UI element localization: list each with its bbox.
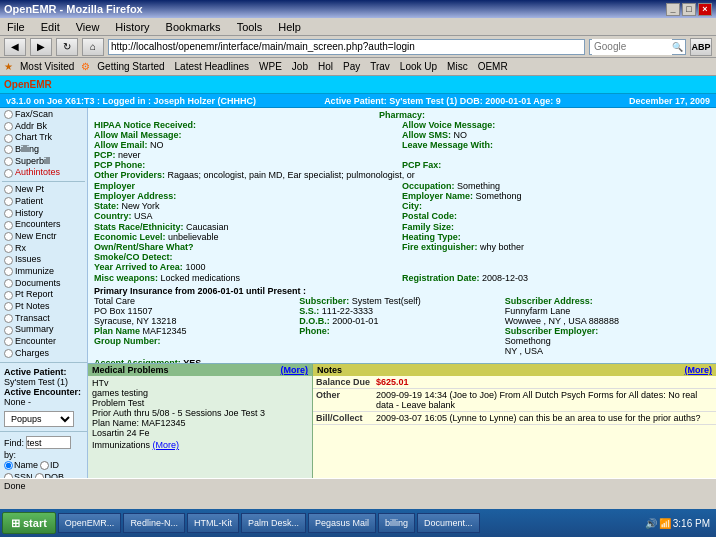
nav-charges[interactable]: Charges bbox=[2, 348, 85, 360]
home-btn[interactable]: ⌂ bbox=[82, 38, 104, 56]
find-label: Find: bbox=[4, 438, 24, 448]
close-btn[interactable]: × bbox=[698, 3, 712, 16]
minimize-btn[interactable]: _ bbox=[666, 3, 680, 16]
immunizations-more[interactable]: (More) bbox=[153, 440, 180, 450]
nav-encounter[interactable]: Encounter bbox=[2, 336, 85, 348]
menu-history[interactable]: History bbox=[112, 20, 152, 34]
bookmark-pay[interactable]: Pay bbox=[340, 60, 363, 73]
maximize-btn[interactable]: □ bbox=[682, 3, 696, 16]
emr-logo: OpenEMR bbox=[4, 79, 52, 90]
forward-btn[interactable]: ▶ bbox=[30, 38, 52, 56]
taskbar-billing[interactable]: billing bbox=[378, 513, 415, 533]
find-dob-option[interactable]: DOB bbox=[35, 472, 65, 478]
menu-tools[interactable]: Tools bbox=[234, 20, 266, 34]
popups-dropdown[interactable]: Popups bbox=[4, 411, 74, 427]
find-name-label: Name bbox=[14, 460, 38, 470]
nav-label-newenctr: New Enctr bbox=[15, 231, 57, 243]
taskbar-openemr[interactable]: OpenEMR... bbox=[58, 513, 122, 533]
bookmark-latest-headlines[interactable]: Latest Headlines bbox=[172, 60, 253, 73]
bookmark-oemr[interactable]: OEMR bbox=[475, 60, 511, 73]
nav-summary[interactable]: Summary bbox=[2, 324, 85, 336]
menu-help[interactable]: Help bbox=[275, 20, 304, 34]
nav-immunize[interactable]: Immunize bbox=[2, 266, 85, 278]
nav-dot-immunize bbox=[4, 267, 13, 276]
nav-label-ptnotes: Pt Notes bbox=[15, 301, 50, 313]
notes-panel: Notes (More) Balance Due $625.01 Other 2… bbox=[313, 364, 716, 478]
taskbar: ⊞ start OpenEMR... Redline-N... HTML-Kit… bbox=[0, 509, 716, 537]
med-problems-more[interactable]: (More) bbox=[281, 365, 309, 375]
bookmark-trav[interactable]: Trav bbox=[367, 60, 393, 73]
reload-btn[interactable]: ↻ bbox=[56, 38, 78, 56]
nav-separator-3 bbox=[0, 431, 87, 432]
nav-patient[interactable]: Patient bbox=[2, 196, 85, 208]
menu-edit[interactable]: Edit bbox=[38, 20, 63, 34]
find-name-option[interactable]: Name bbox=[4, 460, 38, 470]
nav-label-patient: Patient bbox=[15, 196, 43, 208]
bookmark-wpe[interactable]: WPE bbox=[256, 60, 285, 73]
nav-dot-billing bbox=[4, 145, 13, 154]
taskbar-htmlkit[interactable]: HTML-Kit bbox=[187, 513, 239, 533]
pcp-row: PCP: never bbox=[94, 150, 402, 160]
nav-dot-charttrak bbox=[4, 134, 13, 143]
menu-bookmarks[interactable]: Bookmarks bbox=[163, 20, 224, 34]
nav-authintotes[interactable]: Authintotes bbox=[2, 167, 85, 179]
bookmark-misc[interactable]: Misc bbox=[444, 60, 471, 73]
nav-newpt[interactable]: New Pt bbox=[2, 184, 85, 196]
insurance-title: Primary Insurance from 2006-01-01 until … bbox=[94, 286, 710, 296]
abp-btn[interactable]: ABP bbox=[690, 38, 712, 56]
bookmark-lookup[interactable]: Look Up bbox=[397, 60, 440, 73]
start-button[interactable]: ⊞ start bbox=[2, 512, 56, 534]
back-btn[interactable]: ◀ bbox=[4, 38, 26, 56]
nav-rx[interactable]: Rx bbox=[2, 243, 85, 255]
search-input[interactable] bbox=[592, 39, 672, 55]
nav-newenctr[interactable]: New Enctr bbox=[2, 231, 85, 243]
nav-ptnotes[interactable]: Pt Notes bbox=[2, 301, 85, 313]
bookmark-job[interactable]: Job bbox=[289, 60, 311, 73]
nav-issues[interactable]: Issues bbox=[2, 254, 85, 266]
find-input[interactable] bbox=[26, 436, 71, 449]
emr-right-content: Pharmacy: HIPAA Notice Received: Allow M… bbox=[88, 108, 716, 478]
taskbar-palmdesk[interactable]: Palm Desk... bbox=[241, 513, 306, 533]
active-patient-label: Active Patient: bbox=[4, 367, 83, 377]
taskbar-document[interactable]: Document... bbox=[417, 513, 480, 533]
nav-history[interactable]: History bbox=[2, 208, 85, 220]
nav-label-newpt: New Pt bbox=[15, 184, 44, 196]
bookmark-getting-started[interactable]: Getting Started bbox=[94, 60, 167, 73]
nav-ptreport[interactable]: Pt Report bbox=[2, 289, 85, 301]
patient-content-area: Pharmacy: HIPAA Notice Received: Allow M… bbox=[88, 108, 716, 478]
bookmark-hol[interactable]: Hol bbox=[315, 60, 336, 73]
taskbar-redline[interactable]: Redline-N... bbox=[123, 513, 185, 533]
nav-documents[interactable]: Documents bbox=[2, 278, 85, 290]
url-input[interactable] bbox=[108, 39, 585, 55]
nav-faxscan[interactable]: Fax/Scan bbox=[2, 109, 85, 121]
search-icon: 🔍 bbox=[672, 42, 683, 52]
menu-view[interactable]: View bbox=[73, 20, 103, 34]
find-id-option[interactable]: ID bbox=[40, 460, 59, 470]
active-encounter-val: None - bbox=[4, 397, 83, 407]
bookmarks-bar: ★ Most Visited ⚙ Getting Started Latest … bbox=[0, 58, 716, 76]
nav-dot-newenctr bbox=[4, 232, 13, 241]
nav-encounters[interactable]: Encounters bbox=[2, 219, 85, 231]
nav-dot-authintotes bbox=[4, 169, 13, 178]
nav-transact[interactable]: Transact bbox=[2, 313, 85, 325]
taskbar-pegasusmail[interactable]: Pegasus Mail bbox=[308, 513, 376, 533]
popup-section: Popups bbox=[0, 409, 87, 429]
nav-label-summary: Summary bbox=[15, 324, 54, 336]
nav-superbill[interactable]: Superbill bbox=[2, 156, 85, 168]
bookmark-most-visited[interactable]: Most Visited bbox=[17, 60, 77, 73]
med-item-1: games testing bbox=[92, 388, 308, 398]
nav-dot-addrbook bbox=[4, 122, 13, 131]
nav-label-documents: Documents bbox=[15, 278, 61, 290]
notes-balance-row: Balance Due $625.01 bbox=[313, 376, 716, 389]
nav-charttrak[interactable]: Chart Trk bbox=[2, 132, 85, 144]
search-container: 🔍 bbox=[589, 39, 686, 55]
nav-billing[interactable]: Billing bbox=[2, 144, 85, 156]
find-ssn-label: SSN bbox=[14, 472, 33, 478]
bottom-area: Medical Problems (More) HTv games testin… bbox=[88, 363, 716, 478]
taskbar-time: 3:16 PM bbox=[673, 518, 710, 529]
menu-file[interactable]: File bbox=[4, 20, 28, 34]
notes-more[interactable]: (More) bbox=[685, 365, 713, 375]
patient-info-left: HIPAA Notice Received: Allow Mail Messag… bbox=[94, 120, 402, 160]
find-ssn-option[interactable]: SSN bbox=[4, 472, 33, 478]
nav-addrbook[interactable]: Addr Bk bbox=[2, 121, 85, 133]
